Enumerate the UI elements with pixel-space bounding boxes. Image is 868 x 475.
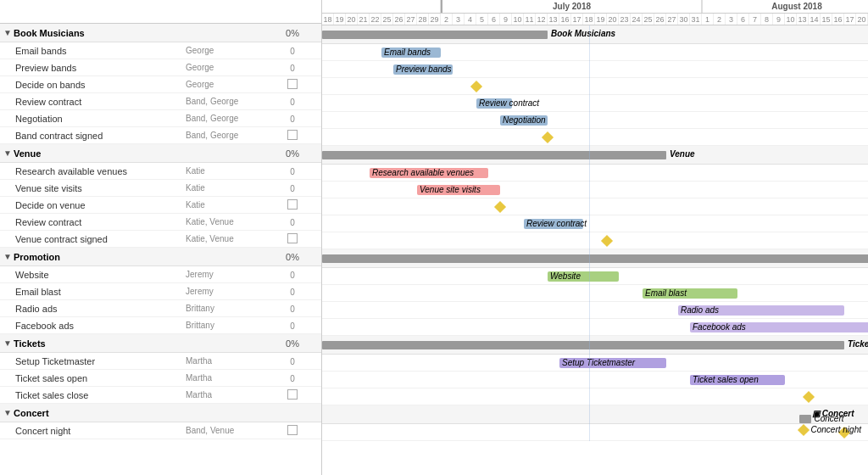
gantt-diamond [601,234,613,246]
task-name-0-3: Review contract [15,97,182,107]
task-row-1-1: Venue site visits Katie 0 [0,180,321,197]
bar-label: Radio ads [678,305,721,315]
task-num-0-1: 0 [290,64,295,73]
gantt-panel[interactable]: July 2018August 2018 1819202122252627282… [322,0,868,475]
task-checkbox-0-2[interactable] [287,79,298,89]
task-row-0-0: Email bands George 0 [0,42,321,59]
task-name-4-0: Concert night [15,426,182,436]
group-row-4[interactable]: ▼ Concert [0,404,321,422]
day-label: 20 [607,14,619,25]
gantt-body: Book MusiciansEmail bandsPreview bandsRe… [322,25,868,441]
group-pct-1: 0% [267,148,318,159]
task-row-2-1: Email blast Jeremy 0 [0,283,321,300]
gantt-row-11: Review contract [322,215,868,232]
group-gantt-label: Tickets [848,339,868,349]
gantt-diamond [494,200,506,212]
group-arrow-0: ▼ [3,28,14,37]
gantt-row-15: Email blast [322,285,868,302]
gantt-row-3 [322,78,868,95]
group-arrow-4: ▼ [3,408,14,417]
task-name-0-0: Email bands [15,46,182,56]
group-arrow-2: ▼ [3,252,14,261]
task-num-3-0: 0 [290,357,295,366]
task-num-0-0: 0 [290,47,295,56]
group-gantt-bar [322,254,868,263]
task-people-2-3: Brittany [182,321,267,330]
task-row-0-1: Preview bands George 0 [0,59,321,76]
task-checkbox-0-5[interactable] [287,130,298,140]
day-label: 25 [643,14,654,25]
task-people-1-3: Katie, Venue [182,217,267,226]
day-label: 29 [429,14,441,25]
day-label: 19 [595,14,607,25]
task-checkbox-4-0[interactable] [287,425,298,435]
day-label: 10 [512,14,524,25]
day-label: 6 [488,14,500,25]
group-gantt-bar [322,31,548,39]
day-label: 4 [465,14,476,25]
task-gantt-bar: Research available venues [370,168,488,178]
task-row-0-5: Band contract signed Band, George [0,127,321,144]
day-label: 8 [761,14,773,25]
gantt-row-14: Website [322,268,868,285]
task-people-2-1: Jeremy [182,287,267,296]
legend-concert-night-label: Concert night [811,425,861,434]
group-pct-2: 0% [267,252,318,262]
task-people-0-1: George [182,63,267,72]
task-num-0-4: 0 [290,115,295,124]
task-gantt-bar: Website [548,271,619,282]
day-label: 16 [832,14,844,25]
task-num-3-1: 0 [290,374,295,383]
bar-label: Research available venues [370,168,476,177]
task-gantt-bar: Review contract [476,98,512,109]
day-label: 13 [548,14,559,25]
task-gantt-bar: Preview bands [393,64,453,75]
gantt-row-6 [322,129,868,146]
bar-label: Review contract [524,219,589,228]
task-people-1-4: Katie, Venue [182,234,267,243]
task-people-3-2: Martha [182,390,267,400]
task-people-4-0: Band, Venue [182,426,267,435]
day-label: 9 [773,14,785,25]
gantt-diamond [542,131,554,142]
task-gantt-bar: Radio ads [678,305,844,316]
task-people-3-1: Martha [182,373,267,383]
task-num-1-0: 0 [290,167,295,176]
day-label: 2 [441,14,453,25]
task-num-2-2: 0 [290,305,295,314]
task-name-2-2: Radio ads [15,304,182,314]
task-checkbox-1-4[interactable] [287,233,298,243]
day-label: 3 [726,14,737,25]
task-people-3-0: Martha [182,356,267,366]
gantt-row-12 [322,232,868,249]
day-label: 2 [714,14,726,25]
group-gantt-label: Venue [670,149,695,159]
group-pct-3: 0% [267,338,318,349]
group-row-3[interactable]: ▼ Tickets 0% [0,334,321,353]
day-label: 20 [346,14,358,25]
gantt-row-19: Setup Ticketmaster [322,355,868,372]
task-row-1-0: Research available venues Katie 0 [0,163,321,180]
task-num-2-1: 0 [290,288,295,297]
day-label: 5 [476,14,488,25]
group-row-2[interactable]: ▼ Promotion 0% [0,248,321,266]
group-gantt-bar [322,341,844,349]
group-name-4: Concert [14,408,98,418]
legend-concert-bar [799,415,811,423]
group-row-1[interactable]: ▼ Venue 0% [0,144,321,163]
task-name-2-0: Website [15,270,182,280]
task-name-2-3: Facebook ads [15,321,182,331]
task-checkbox-1-2[interactable] [287,199,298,210]
task-row-0-2: Decide on bands George [0,76,321,93]
gantt-row-7: Venue [322,146,868,165]
legend-concert-label: Concert [815,414,844,423]
task-name-0-5: Band contract signed [15,131,182,141]
day-label: 26 [393,14,405,25]
task-row-1-4: Venue contract signed Katie, Venue [0,231,321,248]
day-label: 30 [678,14,690,25]
task-num-2-3: 0 [290,321,295,331]
task-gantt-bar: Email blast [643,288,737,299]
task-checkbox-3-2[interactable] [287,389,298,400]
day-label: 18 [583,14,595,25]
group-row-0[interactable]: ▼ Book Musicians 0% [0,24,321,42]
